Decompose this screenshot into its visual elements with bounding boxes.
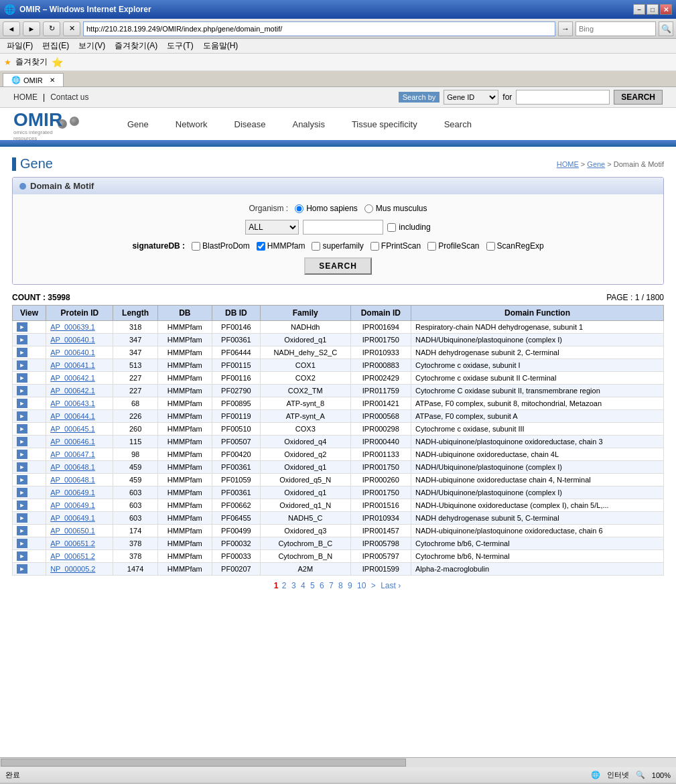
nav-gene[interactable]: Gene	[114, 114, 162, 135]
home-link[interactable]: HOME	[13, 92, 38, 102]
view-button[interactable]: ►	[17, 462, 27, 472]
protein-id-link[interactable]: AP_000646.1	[50, 438, 95, 446]
menu-tools[interactable]: 도구(T)	[163, 40, 197, 52]
homo-sapiens-radio-input[interactable]	[295, 204, 303, 213]
including-check[interactable]: including	[387, 222, 430, 232]
view-button[interactable]: ►	[17, 335, 27, 344]
menu-help[interactable]: 도움말(H)	[199, 40, 243, 52]
view-button[interactable]: ►	[17, 450, 27, 459]
view-button[interactable]: ►	[17, 501, 27, 510]
blastprodom-checkbox[interactable]	[192, 242, 200, 251]
protein-id-link[interactable]: AP_000649.1	[50, 514, 95, 522]
search-by-select[interactable]: Gene ID Gene Name Protein ID	[444, 90, 498, 105]
search-button[interactable]: SEARCH	[304, 257, 372, 275]
page-10[interactable]: 10	[357, 581, 366, 590]
page-next[interactable]: >	[371, 581, 376, 590]
view-button[interactable]: ►	[17, 386, 27, 395]
forward-button[interactable]: ►	[23, 21, 40, 36]
view-button[interactable]: ►	[17, 322, 27, 332]
protein-id-link[interactable]: AP_000649.1	[50, 501, 95, 509]
scanregexp-check[interactable]: ScanRegExp	[486, 241, 544, 251]
nav-analysis[interactable]: Analysis	[279, 114, 338, 135]
view-button[interactable]: ►	[17, 539, 27, 548]
view-button[interactable]: ►	[17, 475, 27, 484]
protein-id-link[interactable]: AP_000648.1	[50, 476, 95, 484]
protein-id-link[interactable]: AP_000643.1	[50, 399, 95, 407]
superfamily-checkbox[interactable]	[312, 242, 320, 251]
view-button[interactable]: ►	[17, 526, 27, 535]
page-7[interactable]: 7	[329, 581, 334, 590]
nav-search[interactable]: Search	[431, 114, 485, 135]
menu-file[interactable]: 파일(F)	[3, 40, 37, 52]
view-button[interactable]: ►	[17, 411, 27, 421]
hmmPfam-checkbox[interactable]	[257, 242, 265, 251]
protein-id-link[interactable]: AP_000644.1	[50, 412, 95, 420]
page-3[interactable]: 3	[291, 581, 296, 590]
protein-id-link[interactable]: NP_000005.2	[50, 565, 95, 573]
menu-view[interactable]: 보기(V)	[74, 40, 109, 52]
menu-edit[interactable]: 편집(E)	[38, 40, 73, 52]
view-button[interactable]: ►	[17, 488, 27, 497]
back-button[interactable]: ◄	[3, 21, 20, 36]
scrollbar-track[interactable]	[0, 758, 676, 767]
top-search-input[interactable]	[516, 90, 610, 105]
view-button[interactable]: ►	[17, 437, 27, 446]
address-bar[interactable]	[83, 21, 555, 36]
view-button[interactable]: ►	[17, 424, 27, 434]
profilescan-checkbox[interactable]	[427, 242, 436, 251]
close-button[interactable]: ✕	[660, 4, 672, 15]
page-4[interactable]: 4	[301, 581, 306, 590]
fprintscan-check[interactable]: FPrintScan	[370, 241, 421, 251]
fprintscan-checkbox[interactable]	[370, 242, 379, 251]
superfamily-check[interactable]: superfamily	[312, 241, 363, 251]
breadcrumb-gene[interactable]: Gene	[587, 160, 605, 168]
minimize-button[interactable]: –	[633, 4, 645, 15]
protein-id-link[interactable]: AP_000639.1	[50, 323, 95, 331]
filter-select[interactable]: ALL PF IPR Name	[245, 220, 299, 235]
protein-id-link[interactable]: AP_000640.1	[50, 336, 95, 344]
protein-id-link[interactable]: AP_000648.1	[50, 463, 95, 471]
protein-id-link[interactable]: AP_000645.1	[50, 425, 95, 433]
nav-tissue[interactable]: Tissue specificity	[338, 114, 431, 135]
stop-button[interactable]: ✕	[63, 21, 80, 36]
page-8[interactable]: 8	[338, 581, 343, 590]
ie-search-button[interactable]: 🔍	[659, 21, 673, 36]
favorites-link[interactable]: 즐겨찾기	[15, 56, 48, 68]
view-button[interactable]: ►	[17, 373, 27, 383]
tab-close-icon[interactable]: ✕	[50, 76, 55, 84]
protein-id-link[interactable]: AP_000651.2	[50, 552, 95, 560]
protein-id-link[interactable]: AP_000647.1	[50, 450, 95, 458]
ie-search-input[interactable]	[576, 21, 656, 36]
page-2[interactable]: 2	[282, 581, 287, 590]
breadcrumb-home[interactable]: HOME	[557, 160, 579, 168]
hmmPfam-check[interactable]: HMMPfam	[257, 241, 306, 251]
protein-id-link[interactable]: AP_000642.1	[50, 387, 95, 395]
protein-id-link[interactable]: AP_000650.1	[50, 527, 95, 535]
page-1[interactable]: 1	[274, 581, 279, 590]
protein-id-link[interactable]: AP_000641.1	[50, 361, 95, 369]
page-6[interactable]: 6	[320, 581, 324, 590]
scanregexp-checkbox[interactable]	[486, 242, 495, 251]
view-button[interactable]: ►	[17, 551, 27, 561]
mus-musculus-radio[interactable]: Mus musculus	[364, 204, 427, 213]
blastprodom-check[interactable]: BlastProDom	[192, 241, 250, 251]
menu-favorites[interactable]: 즐겨찾기(A)	[111, 40, 161, 52]
mus-musculus-radio-input[interactable]	[364, 204, 373, 213]
view-button[interactable]: ►	[17, 513, 27, 523]
view-button[interactable]: ►	[17, 564, 27, 574]
protein-id-link[interactable]: AP_000642.1	[50, 374, 95, 382]
horizontal-scrollbar[interactable]	[0, 757, 676, 767]
page-5[interactable]: 5	[310, 581, 315, 590]
view-button[interactable]: ►	[17, 361, 27, 370]
go-button[interactable]: →	[558, 21, 573, 36]
nav-network[interactable]: Network	[162, 114, 221, 135]
homo-sapiens-radio[interactable]: Homo sapiens	[295, 204, 358, 213]
view-button[interactable]: ►	[17, 399, 27, 408]
browser-tab[interactable]: 🌐 OMIR ✕	[3, 73, 64, 86]
page-9[interactable]: 9	[348, 581, 352, 590]
view-button[interactable]: ►	[17, 348, 27, 357]
including-checkbox[interactable]	[387, 223, 396, 232]
top-search-button[interactable]: SEARCH	[614, 90, 663, 105]
contact-link[interactable]: Contact us	[50, 92, 88, 102]
protein-id-link[interactable]: AP_000651.2	[50, 539, 95, 547]
